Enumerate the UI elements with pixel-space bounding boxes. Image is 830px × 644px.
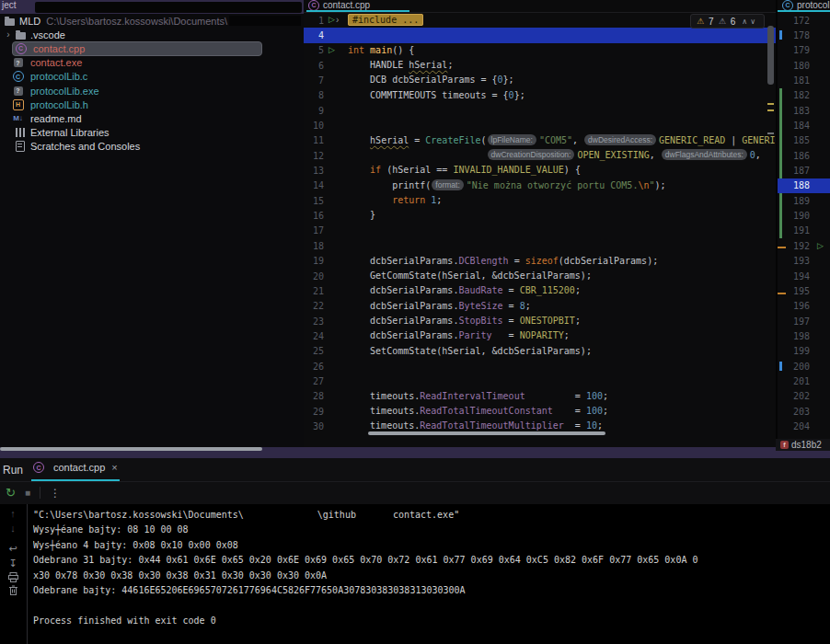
line-number: 19 xyxy=(304,256,324,266)
code-line-11[interactable]: 11 hSerial = CreateFile(lpFileName:"COM5… xyxy=(304,133,776,148)
line-number: 30 xyxy=(304,421,324,431)
right-gutter-line-191: 191 xyxy=(778,224,830,238)
console[interactable]: ↑ ↓ ↩ ↧ "C:\Users\bartosz.kossowski\Docu… xyxy=(0,504,830,644)
line-number: 194 xyxy=(786,271,810,282)
rerun-icon[interactable]: ↻ xyxy=(6,486,16,500)
code-line-23[interactable]: 23 dcbSerialParams.StopBits = ONESTOPBIT… xyxy=(304,314,776,328)
code-line-18[interactable]: 18 xyxy=(304,238,776,253)
code-line-9[interactable]: 9 xyxy=(304,103,776,118)
run-arrow-icon[interactable]: ▷ xyxy=(329,46,335,54)
code-line-10[interactable]: 10 xyxy=(304,118,776,132)
run-tab-contact-cpp[interactable]: C contact.cpp × xyxy=(33,462,118,473)
code-line-29[interactable]: 29 timeouts.ReadTotalTimeoutConstant = 1… xyxy=(304,404,776,419)
code-line-14[interactable]: 14 printf(format:"Nie można otworzyć por… xyxy=(304,178,776,193)
code-line-16[interactable]: 16 } xyxy=(304,208,776,223)
stop-icon[interactable]: ■ xyxy=(25,488,30,498)
soft-wrap-icon[interactable]: ↩ xyxy=(8,543,17,555)
code-text: timeouts.ReadIntervalTimeout = 100; xyxy=(348,389,608,404)
project-panel[interactable]: MLD C:\Users\bartosz.kossowski\Documents… xyxy=(0,14,304,447)
scrollbar-mark xyxy=(767,103,774,105)
run-arrow-icon[interactable]: ▷ xyxy=(817,242,824,250)
lib-icon xyxy=(16,128,25,137)
code-line-25[interactable]: 25 SetCommState(hSerial, &dcbSerialParam… xyxy=(304,344,776,359)
kebab-menu-icon[interactable]: ⋮ xyxy=(50,487,61,500)
change-mark-blue xyxy=(779,362,782,371)
code-line-5[interactable]: 5▷int main() { xyxy=(304,43,776,58)
clear-trash-icon[interactable] xyxy=(8,585,18,595)
code-line-20[interactable]: 20 GetCommState(hSerial, &dcbSerialParam… xyxy=(304,269,776,283)
tree-item-external-libraries[interactable]: External Libraries xyxy=(0,126,304,140)
scroll-to-end-icon[interactable]: ↧ xyxy=(8,558,17,569)
console-line: Wysy┼éane bajty: 08 10 00 08 xyxy=(33,523,830,537)
fold-chevron-icon[interactable]: › xyxy=(336,16,339,25)
scroll-up-icon[interactable]: ↑ xyxy=(10,508,16,520)
redaction xyxy=(244,510,317,519)
right-pane-file-bar[interactable]: f ds18b2 xyxy=(776,439,830,451)
run-arrow-icon[interactable]: ▷ xyxy=(329,16,335,25)
line-number: 179 xyxy=(786,45,810,55)
right-gutter-line-204: 204 xyxy=(778,419,830,433)
run-panel-label: Run xyxy=(3,464,23,477)
line-number: 18 xyxy=(304,241,324,251)
print-icon[interactable] xyxy=(8,572,18,582)
code-text: if (hSerial == INVALID_HANDLE_VALUE) { xyxy=(348,163,581,178)
line-number: 28 xyxy=(304,391,324,401)
chevron-right-icon[interactable]: › xyxy=(0,29,15,40)
code-line-4[interactable]: 4 xyxy=(304,28,776,42)
change-mark xyxy=(778,247,786,248)
tree-item-scratches-and-consoles[interactable]: Scratches and Consoles xyxy=(0,140,304,154)
code-line-19[interactable]: 19 dcbSerialParams.DCBlength = sizeof(dc… xyxy=(304,254,776,269)
tree-item-protocollib-h[interactable]: HprotocolLib.h xyxy=(0,98,304,111)
tree-item-protocollib-exe[interactable]: ?protocolLib.exe xyxy=(0,84,304,98)
editor-pane[interactable]: C contact.cpp 1▷›#include ...45▷int main… xyxy=(304,0,776,447)
tree-item-contact-cpp[interactable]: Ccontact.cpp xyxy=(12,41,262,55)
right-gutter-line-181: 181 xyxy=(778,73,830,87)
right-gutter-line-186: 186 xyxy=(778,148,830,163)
console-line: "C:\Users\bartosz.kossowski\Documents\\g… xyxy=(33,508,830,523)
project-tree: ›.vscodeCcontact.cpp?contact.exeCprotoco… xyxy=(0,28,304,154)
code-text: dwCreationDisposition:OPEN_EXISTING, dwF… xyxy=(348,148,761,163)
line-number: 22 xyxy=(304,301,324,311)
inspections-widget[interactable]: ⚠ 7 ⚠ 6 ∧∨ xyxy=(690,14,765,29)
code-line-21[interactable]: 21 dcbSerialParams.BaudRate = CBR_115200… xyxy=(304,283,776,298)
scroll-down-icon[interactable]: ↓ xyxy=(10,523,16,535)
line-number: 187 xyxy=(786,166,810,176)
tree-item--vscode[interactable]: ›.vscode xyxy=(0,28,304,41)
code-line-15[interactable]: 15 return 1; xyxy=(304,193,776,208)
editor-hscrollbar[interactable] xyxy=(368,431,605,435)
line-number: 198 xyxy=(786,331,810,341)
code-line-24[interactable]: 24 dcbSerialParams.Parity = NOPARITY; xyxy=(304,328,776,343)
project-hscrollbar[interactable] xyxy=(0,447,262,451)
redaction xyxy=(35,2,302,13)
cpp-file-icon: C xyxy=(33,462,44,473)
line-number: 4 xyxy=(304,30,324,40)
code-line-22[interactable]: 22 dcbSerialParams.ByteSize = 8; xyxy=(304,299,776,314)
code-lines: 1▷›#include ...45▷int main() {6 HANDLE h… xyxy=(304,13,776,434)
code-line-12[interactable]: 12 dwCreationDisposition:OPEN_EXISTING, … xyxy=(304,148,776,163)
code-line-7[interactable]: 7 DCB dcbSerialParams = {0}; xyxy=(304,73,776,87)
code-text: COMMTIMEOUTS timeouts = {0}; xyxy=(348,88,525,103)
code-line-28[interactable]: 28 timeouts.ReadIntervalTimeout = 100; xyxy=(304,389,776,404)
tree-item-root[interactable]: MLD C:\Users\bartosz.kossowski\Documents… xyxy=(0,14,304,28)
console-output[interactable]: "C:\Users\bartosz.kossowski\Documents\\g… xyxy=(33,508,830,644)
code-line-27[interactable]: 27 xyxy=(304,374,776,388)
tree-item-protocollib-c[interactable]: CprotocolLib.c xyxy=(0,70,304,84)
code-line-13[interactable]: 13 if (hSerial == INVALID_HANDLE_VALUE) … xyxy=(304,163,776,178)
code-line-17[interactable]: 17 xyxy=(304,224,776,238)
code-line-26[interactable]: 26 xyxy=(304,359,776,374)
right-gutter-line-193: 193 xyxy=(778,254,830,269)
close-icon[interactable]: × xyxy=(111,462,117,473)
editor-vscrollbar[interactable] xyxy=(767,13,775,434)
tree-item-readme-md[interactable]: M↓readme.md xyxy=(0,111,304,125)
prev-next-warning-chevrons[interactable]: ∧∨ xyxy=(742,17,758,26)
active-tab-underline xyxy=(778,10,830,12)
line-number: 8 xyxy=(304,90,324,100)
tree-item-contact-exe[interactable]: ?contact.exe xyxy=(0,56,304,70)
right-split-pane[interactable]: C protocolLib.c 172178179180181182183184… xyxy=(776,0,830,439)
code-text: dcbSerialParams.Parity = NOPARITY; xyxy=(348,328,570,343)
console-line xyxy=(33,598,830,613)
folder-icon xyxy=(16,32,26,40)
code-line-6[interactable]: 6 HANDLE hSerial; xyxy=(304,58,776,73)
scrollbar-thumb[interactable] xyxy=(767,26,774,85)
code-line-8[interactable]: 8 COMMTIMEOUTS timeouts = {0}; xyxy=(304,88,776,103)
